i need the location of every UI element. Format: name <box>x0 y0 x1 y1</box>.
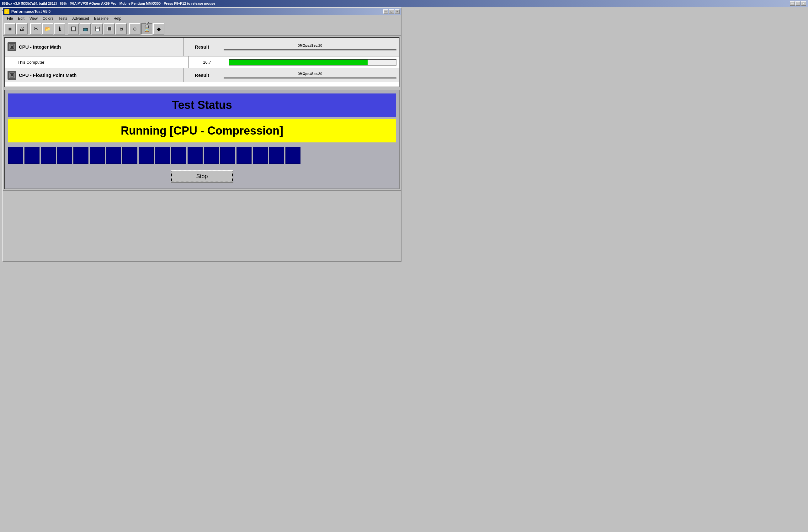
progress-block-9 <box>139 147 154 164</box>
running-label: Running [CPU - Compression] <box>121 124 283 137</box>
result-row-1: CPU - Integer Math Result 0 MOps./Sec. 2… <box>5 38 399 56</box>
app-titlebar-controls: — □ ✕ <box>383 10 400 14</box>
running-banner: Running [CPU - Compression] <box>8 119 396 142</box>
app-menubar: File Edit View Colors Tests Advanced Bas… <box>3 15 401 22</box>
app-close-btn[interactable]: ✕ <box>394 10 400 14</box>
progress-block-5 <box>73 147 89 164</box>
toolbar-open[interactable]: 📂 <box>42 23 53 35</box>
toolbar-print[interactable]: 🖨 <box>16 23 27 35</box>
progress-block-16 <box>253 147 268 164</box>
bottom-area <box>3 190 401 257</box>
progress-block-11 <box>171 147 186 164</box>
stop-btn-container: Stop <box>8 170 396 183</box>
status-area: Test Status Running [CPU - Compression] … <box>4 90 400 189</box>
stop-button[interactable]: Stop <box>171 170 233 183</box>
stop-icon <box>8 26 12 32</box>
timer-icon: ⏳ <box>143 25 150 32</box>
print-icon: 🖨 <box>19 26 24 32</box>
os-title: 86Box v3.0 [533b7a5f, build 2812] - 65% … <box>2 2 215 5</box>
bar-fill-1 <box>229 60 368 65</box>
app-titlebar-left: ⚡ PerformanceTest V5.0 <box>4 9 51 14</box>
svg-rect-4 <box>11 46 13 48</box>
menu-view[interactable]: View <box>27 16 40 21</box>
menu-tests[interactable]: Tests <box>56 16 70 21</box>
toolbar-info[interactable]: ℹ <box>54 23 65 35</box>
toolbar: 🖨 ✂ 📂 ℹ 🔲 📺 💾 🔳 <box>3 22 401 36</box>
toolbar-net[interactable]: 🖹 <box>115 23 127 35</box>
app-minimize-btn[interactable]: — <box>383 10 388 14</box>
progress-block-10 <box>155 147 170 164</box>
menu-edit[interactable]: Edit <box>15 16 27 21</box>
this-computer-label: This Computer <box>18 60 44 65</box>
menu-help[interactable]: Help <box>111 16 124 21</box>
progress-block-3 <box>41 147 56 164</box>
progress-block-13 <box>204 147 219 164</box>
video-icon: 🔳 <box>107 26 112 31</box>
progress-block-14 <box>220 147 235 164</box>
app-icon: ⚡ <box>4 9 10 14</box>
result-header-2: Result <box>183 68 221 82</box>
results-area: CPU - Integer Math Result 0 MOps./Sec. 2… <box>4 37 400 87</box>
cut-icon: ✂ <box>34 25 38 32</box>
open-icon: 📂 <box>45 26 51 32</box>
bar-visual-1 <box>229 59 397 66</box>
toolbar-disk[interactable]: 💾 <box>92 23 103 35</box>
progress-block-7 <box>106 147 121 164</box>
disk-icon: 💾 <box>95 26 100 31</box>
toolbar-settings[interactable]: ◆ <box>153 23 164 35</box>
toolbar-stop[interactable] <box>4 23 16 35</box>
progress-block-18 <box>286 147 300 164</box>
test-status-title: Test Status <box>172 98 232 111</box>
test-name-label-1: CPU - Integer Math <box>19 44 61 50</box>
test-status-banner: Test Status <box>8 93 396 117</box>
toolbar-memory[interactable]: 📺 <box>80 23 91 35</box>
toolbar-video[interactable]: 🔳 <box>104 23 115 35</box>
app-titlebar: ⚡ PerformanceTest V5.0 — □ ✕ <box>3 8 401 15</box>
toolbar-run[interactable]: ⊙ <box>129 23 141 35</box>
progress-block-8 <box>122 147 137 164</box>
progress-block-12 <box>187 147 203 164</box>
cpu-test-icon <box>7 42 16 51</box>
app-window: ⚡ PerformanceTest V5.0 — □ ✕ File Edit V… <box>2 7 402 262</box>
settings-icon: ◆ <box>157 26 161 32</box>
progress-block-15 <box>237 147 252 164</box>
cpu-icon: 🔲 <box>71 26 76 31</box>
run-icon: ⊙ <box>133 26 137 31</box>
progress-block-6 <box>90 147 105 164</box>
toolbar-cut[interactable]: ✂ <box>30 23 41 35</box>
sub-result-1: 16.7 <box>188 56 226 68</box>
svg-rect-8 <box>11 74 13 76</box>
bar-area-1: 0 MOps./Sec. 20 <box>221 38 399 56</box>
os-window: 86Box v3.0 [533b7a5f, build 2812] - 65% … <box>0 0 404 266</box>
menu-file[interactable]: File <box>4 16 15 21</box>
progress-blocks-container <box>8 146 396 165</box>
toolbar-cpu[interactable]: 🔲 <box>68 23 79 35</box>
bar-scale-1: 0 MOps./Sec. 20 <box>298 43 322 48</box>
bar-area-2: 0 MOps./Sec. 30 <box>221 68 399 82</box>
cpu-test-icon-2 <box>7 71 16 80</box>
app-title: PerformanceTest V5.0 <box>11 10 51 14</box>
bar-scale-line-1 <box>224 49 397 51</box>
test-name-label-2: CPU - Floating Point Math <box>19 72 76 78</box>
test-name-1: CPU - Integer Math <box>5 38 183 56</box>
info-icon: ℹ <box>59 26 60 32</box>
menu-advanced[interactable]: Advanced <box>70 16 92 21</box>
toolbar-timer[interactable]: ⏳ <box>141 23 152 35</box>
bar-scale-2: 0 MOps./Sec. 30 <box>298 72 322 76</box>
menu-colors[interactable]: Colors <box>40 16 56 21</box>
app-maximize-btn[interactable]: □ <box>389 10 394 14</box>
progress-block-1 <box>8 147 23 164</box>
content-area: CPU - Integer Math Result 0 MOps./Sec. 2… <box>3 36 401 257</box>
sub-test-label-1: This Computer <box>5 56 188 68</box>
progress-block-4 <box>57 147 72 164</box>
menu-baseline[interactable]: Baseline <box>92 16 111 21</box>
result-header-1: Result <box>183 38 221 56</box>
progress-block-17 <box>269 147 284 164</box>
memory-icon: 📺 <box>83 26 88 31</box>
os-titlebar: 86Box v3.0 [533b7a5f, build 2812] - 65% … <box>0 0 404 7</box>
progress-block-2 <box>24 147 39 164</box>
bar-scale-line-2 <box>224 77 397 79</box>
sub-row-1: This Computer 16.7 <box>5 56 399 68</box>
test-name-2: CPU - Floating Point Math <box>5 68 183 82</box>
result-row-2: CPU - Floating Point Math Result 0 MOps.… <box>5 68 399 82</box>
